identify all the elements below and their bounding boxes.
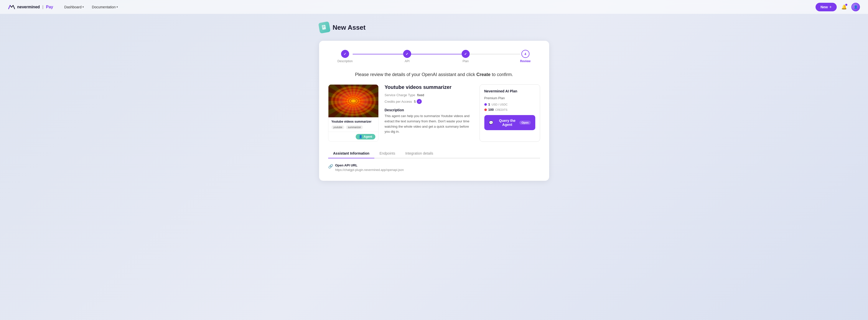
- asset-card: Youtube videos summarizer youtube summar…: [328, 84, 379, 142]
- plan-credits-row: 100 CREDITS: [484, 108, 535, 111]
- step-label-api: API: [405, 60, 409, 63]
- api-url-content: Open API URL https://chatgpt-plugin.neve…: [335, 164, 404, 172]
- description-section: Description This agent can help you to s…: [385, 108, 473, 135]
- step-review: 4 Review: [520, 50, 530, 63]
- query-btn-text: Query the Agent: [495, 118, 520, 127]
- svg-point-11: [350, 99, 356, 103]
- tag-summarizer: summarizer: [346, 126, 363, 129]
- step-description: ✓ Description: [338, 50, 353, 63]
- asset-info: Youtube videos summarizer youtube summar…: [329, 117, 378, 132]
- nav-right: New + 🔔 👤: [815, 3, 860, 11]
- svg-point-12: [352, 100, 355, 102]
- svg-point-10: [348, 98, 359, 104]
- new-button[interactable]: New +: [815, 3, 837, 11]
- credits-badge: 5 ✓: [414, 99, 422, 104]
- svg-rect-4: [329, 84, 378, 117]
- service-charge-row: Service Charge Type fixed: [385, 93, 473, 97]
- plan-price-row: 1 USD / USDC: [484, 103, 535, 106]
- page-title: New Asset: [333, 24, 366, 32]
- plan-name: Premium Plan: [484, 96, 535, 100]
- asset-image: [329, 84, 378, 117]
- query-btn-label-container: 💬 Query the Agent: [489, 118, 520, 127]
- logo-icon: [8, 5, 15, 9]
- logo-separator: |: [42, 5, 43, 9]
- fractal-image: [329, 84, 378, 117]
- step-plan: ✓ Plan: [462, 50, 470, 63]
- link-icon: 🔗: [328, 164, 333, 169]
- details-panel: Youtube videos summarizer Service Charge…: [385, 84, 473, 142]
- plan-price-unit: USD / USDC: [492, 103, 508, 106]
- review-intro-end: to confirm.: [491, 72, 513, 77]
- agent-icon: 👤: [359, 135, 363, 139]
- plan-credits-amount: 100: [488, 108, 494, 111]
- notification-dot: [845, 4, 847, 6]
- credits-check-icon: ✓: [417, 99, 422, 104]
- plan-panel: Nevermined AI Plan Premium Plan 1 USD / …: [479, 84, 540, 142]
- svg-line-16: [338, 91, 369, 111]
- plan-credits-dot: [484, 108, 487, 111]
- nav-left: nevermined | Pay Dashboard ▾ Documentati…: [8, 3, 121, 10]
- tab-endpoints[interactable]: Endpoints: [374, 149, 400, 158]
- plan-credits-unit: CREDITS: [495, 108, 507, 111]
- dashboard-nav-link[interactable]: Dashboard ▾: [61, 3, 87, 10]
- tabs-row: Assistant Information Endpoints Integrat…: [328, 149, 540, 158]
- nav-links: Dashboard ▾ Documentation ▾: [61, 3, 121, 10]
- step-circle-description: ✓: [341, 50, 349, 58]
- agent-label: Agent: [364, 135, 372, 139]
- credits-access-value: 5: [414, 100, 416, 104]
- description-title: Description: [385, 108, 473, 112]
- service-charge-label: Service Charge Type: [385, 93, 415, 97]
- step-line-1: [353, 54, 403, 55]
- notification-button[interactable]: 🔔: [840, 3, 848, 11]
- step-label-description: Description: [338, 60, 353, 63]
- svg-point-8: [343, 94, 364, 108]
- agent-badge-row: 👤 Agent: [329, 132, 378, 142]
- step-circle-api: ✓: [403, 50, 411, 58]
- dashboard-chevron-icon: ▾: [83, 5, 84, 8]
- new-plus-icon: +: [829, 5, 832, 9]
- step-api: ✓ API: [403, 50, 411, 63]
- documentation-label: Documentation: [92, 5, 116, 9]
- svg-rect-0: [321, 25, 326, 30]
- documentation-nav-link[interactable]: Documentation ▾: [89, 3, 121, 10]
- logo: nevermined | Pay: [8, 5, 53, 9]
- svg-point-9: [346, 96, 361, 106]
- page-container: New Asset ✓ Description ✓ API ✓ Plan 4 R…: [313, 14, 555, 189]
- review-intro-text: Please review the details of your OpenAI…: [355, 72, 476, 77]
- plan-price-dot: [484, 103, 487, 106]
- dashboard-label: Dashboard: [64, 5, 82, 9]
- asset-title: Youtube videos summarizer: [385, 84, 473, 90]
- asset-tags: youtube summarizer: [332, 126, 375, 129]
- svg-point-6: [336, 90, 371, 112]
- logo-text: nevermined: [17, 5, 40, 9]
- avatar-button[interactable]: 👤: [851, 3, 860, 11]
- step-label-plan: Plan: [463, 60, 469, 63]
- page-title-icon: [318, 22, 331, 34]
- agent-pill: 👤 Agent: [356, 134, 375, 140]
- content-row: Youtube videos summarizer youtube summar…: [328, 84, 540, 142]
- query-agent-button[interactable]: 💬 Query the Agent Open: [484, 115, 535, 130]
- tag-youtube: youtube: [332, 126, 345, 129]
- tab-integration-details[interactable]: Integration details: [400, 149, 438, 158]
- plan-price-amount: 1: [488, 103, 490, 106]
- api-url-title: Open API URL: [335, 164, 404, 167]
- svg-point-7: [340, 92, 367, 110]
- review-create-word: Create: [476, 72, 491, 77]
- new-button-label: New: [820, 5, 828, 9]
- svg-line-15: [338, 91, 369, 111]
- main-card: ✓ Description ✓ API ✓ Plan 4 Review Plea…: [319, 41, 549, 181]
- tab-assistant-information[interactable]: Assistant Information: [328, 149, 375, 158]
- query-open-badge: Open: [519, 120, 530, 125]
- page-title-row: New Asset: [319, 22, 549, 33]
- logo-product: Pay: [46, 5, 53, 9]
- query-icon: 💬: [489, 120, 493, 125]
- plan-section-title: Nevermined AI Plan: [484, 89, 535, 93]
- step-line-2: [411, 54, 462, 55]
- service-charge-value: fixed: [417, 93, 424, 97]
- asset-card-name: Youtube videos summarizer: [332, 120, 375, 123]
- review-header: Please review the details of your OpenAI…: [328, 72, 540, 77]
- asset-icon: [321, 24, 328, 31]
- credits-access-label: Credits per Access: [385, 100, 412, 104]
- navbar: nevermined | Pay Dashboard ▾ Documentati…: [0, 0, 868, 14]
- api-url-row: 🔗 Open API URL https://chatgpt-plugin.ne…: [328, 164, 540, 172]
